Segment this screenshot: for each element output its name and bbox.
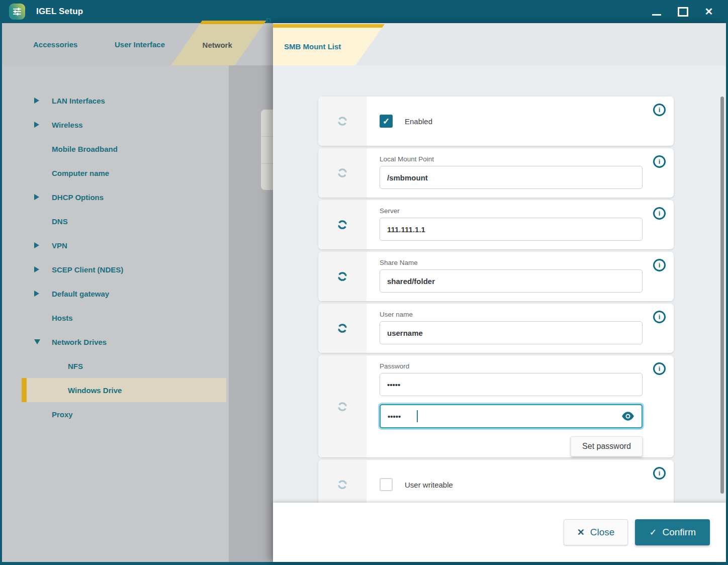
reset-to-default-icon[interactable] (335, 165, 350, 180)
info-icon[interactable]: i (653, 207, 666, 220)
reset-to-default-icon[interactable] (335, 217, 350, 232)
dimmed-background-area (229, 65, 273, 562)
tab-accessories[interactable]: Accessories (33, 23, 77, 65)
sidebar-item-scep-client[interactable]: SCEP Client (NDES) (2, 257, 229, 281)
sidebar-item-default-gateway[interactable]: Default gateway (2, 281, 229, 306)
reset-cell (318, 304, 367, 353)
expand-arrow-icon[interactable] (34, 291, 39, 297)
sidebar-item-hosts[interactable]: Hosts (2, 306, 229, 330)
tab-smb-mount-list[interactable]: SMB Mount List (273, 24, 385, 65)
info-icon[interactable]: i (653, 311, 666, 323)
sidebar-item-mobile-broadband[interactable]: Mobile Broadband (2, 137, 229, 161)
reset-to-default-icon[interactable] (335, 269, 350, 284)
enabled-checkbox[interactable]: ✓ (380, 115, 393, 128)
confirm-button[interactable]: ✓ Confirm (635, 519, 710, 545)
maximize-icon (678, 7, 688, 17)
expand-arrow-icon[interactable] (34, 122, 39, 128)
row-user-writeable: i User writeable (318, 460, 674, 503)
minimize-button[interactable] (644, 0, 670, 23)
close-button-label: Close (590, 527, 615, 538)
row-password: i Password Set password (318, 355, 674, 457)
expand-arrow-icon[interactable] (34, 194, 39, 200)
check-icon: ✓ (383, 116, 390, 127)
local-mount-point-input[interactable] (380, 166, 643, 189)
reset-cell (318, 97, 367, 146)
sidebar-item-proxy[interactable]: Proxy (2, 402, 229, 426)
minimize-icon (652, 14, 661, 16)
row-share-name: i Share Name (318, 252, 674, 301)
window-controls: ✕ (644, 0, 722, 23)
check-icon: ✓ (649, 527, 657, 538)
field-label: Local Mount Point (380, 155, 643, 163)
reset-cell (318, 252, 367, 301)
info-icon[interactable]: i (653, 467, 666, 480)
user-name-input[interactable] (380, 321, 643, 344)
reset-cell (318, 355, 367, 457)
sidebar-item-windows-drive[interactable]: Windows Drive (22, 378, 226, 402)
row-server: i Server (318, 200, 674, 249)
reset-to-default-icon[interactable] (335, 321, 350, 336)
field-label: Password (380, 362, 643, 370)
info-icon[interactable]: i (653, 259, 666, 271)
tab-label: SMB Mount List (284, 28, 341, 65)
info-icon[interactable]: i (653, 155, 666, 168)
share-name-input[interactable] (380, 269, 643, 293)
active-tab-accent-bar (273, 24, 385, 28)
password-confirm-input[interactable] (380, 404, 643, 428)
window-title: IGEL Setup (36, 7, 83, 17)
maximize-button[interactable] (670, 0, 696, 23)
field-label: Share Name (380, 259, 643, 266)
checkbox-label: Enabled (405, 117, 432, 126)
info-icon[interactable]: i (653, 104, 666, 116)
sidebar-navigation: LAN Interfaces Wireless Mobile Broadband… (2, 65, 229, 562)
password-input[interactable] (380, 373, 643, 396)
smb-mount-list-dialog: SMB Mount List (273, 23, 726, 562)
expand-arrow-icon[interactable] (34, 242, 39, 248)
tab-label: Network (186, 24, 249, 65)
text-caret (417, 410, 418, 422)
dialog-footer: ✕ Close ✓ Confirm (273, 503, 726, 562)
close-button[interactable]: ✕ Close (564, 519, 628, 545)
sidebar-item-lan-interfaces[interactable]: LAN Interfaces (2, 88, 229, 113)
reset-to-default-icon[interactable] (335, 477, 350, 492)
sidebar-item-computer-name[interactable]: Computer name (2, 161, 229, 185)
tab-user-interface[interactable]: User Interface (115, 23, 165, 65)
close-window-button[interactable]: ✕ (696, 0, 722, 23)
sidebar-item-vpn[interactable]: VPN (2, 233, 229, 257)
row-local-mount-point: i Local Mount Point (318, 148, 674, 198)
show-password-eye-icon[interactable] (621, 412, 634, 421)
reset-cell (318, 148, 367, 198)
sidebar-item-dhcp-options[interactable]: DHCP Options (2, 185, 229, 209)
background-table-partial (261, 110, 273, 190)
titlebar: IGEL Setup ✕ (2, 0, 726, 23)
reset-cell (318, 200, 367, 249)
reset-cell (318, 460, 367, 503)
server-input[interactable] (380, 218, 643, 241)
sidebar-item-network-drives[interactable]: Network Drives (2, 330, 229, 354)
dialog-scroll-area: i ✓ Enabled i Local Mount Po (273, 65, 726, 503)
expand-arrow-icon[interactable] (34, 98, 39, 104)
reset-to-default-icon[interactable] (335, 114, 350, 129)
collapse-arrow-icon[interactable] (34, 339, 40, 344)
field-label: Server (380, 207, 643, 215)
checkbox-label: User writeable (405, 481, 453, 489)
sidebar-item-nfs[interactable]: NFS (2, 354, 229, 378)
row-enabled: i ✓ Enabled (318, 97, 674, 146)
igel-app-icon (9, 4, 25, 20)
close-icon: ✕ (705, 7, 713, 17)
tab-label: User Interface (115, 40, 165, 49)
tab-partially-hidden[interactable]: D (266, 16, 271, 25)
sliders-icon (12, 7, 22, 17)
info-icon[interactable]: i (653, 362, 666, 375)
field-label: User name (380, 311, 643, 318)
user-writeable-checkbox[interactable] (380, 478, 393, 491)
set-password-button[interactable]: Set password (571, 436, 643, 456)
tab-network[interactable]: Network (171, 21, 266, 65)
expand-arrow-icon[interactable] (34, 266, 39, 272)
x-icon: ✕ (577, 527, 585, 538)
password-confirm-wrapper (380, 404, 643, 428)
vertical-scrollbar-thumb[interactable] (720, 97, 724, 494)
reset-to-default-icon[interactable] (335, 399, 350, 414)
sidebar-item-dns[interactable]: DNS (2, 209, 229, 233)
sidebar-item-wireless[interactable]: Wireless (2, 113, 229, 137)
